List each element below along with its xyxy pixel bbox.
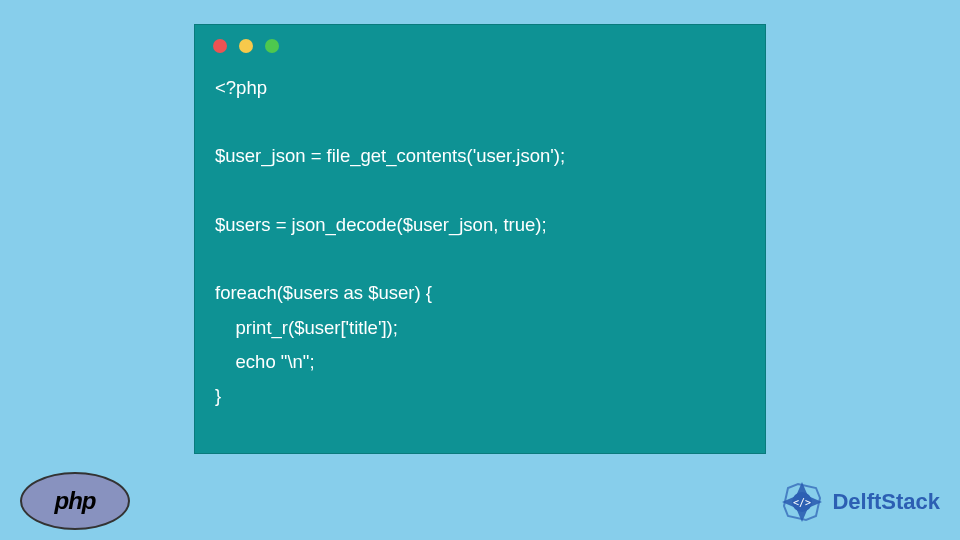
minimize-icon <box>239 39 253 53</box>
php-logo: php <box>20 472 130 530</box>
delftstack-logo: </> DelftStack <box>778 478 940 526</box>
delftstack-text: DelftStack <box>832 489 940 515</box>
delftstack-icon: </> <box>778 478 826 526</box>
maximize-icon <box>265 39 279 53</box>
code-window: <?php $user_json = file_get_contents('us… <box>194 24 766 454</box>
php-ellipse: php <box>20 472 130 530</box>
code-content: <?php $user_json = file_get_contents('us… <box>195 61 765 423</box>
svg-text:</>: </> <box>793 497 811 508</box>
window-controls <box>195 25 765 61</box>
php-logo-text: php <box>55 487 96 515</box>
close-icon <box>213 39 227 53</box>
